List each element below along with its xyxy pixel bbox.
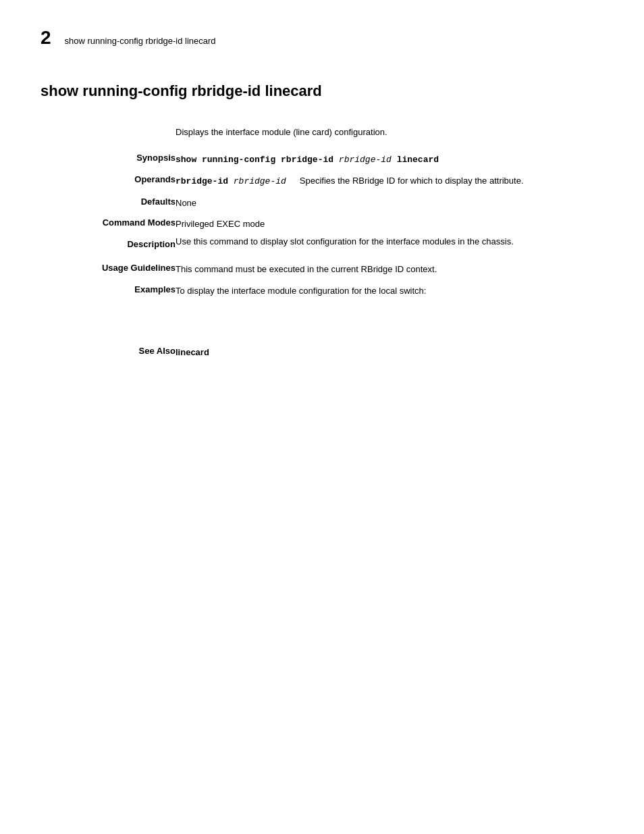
usage-guidelines-label: Usage Guidelines — [41, 259, 176, 280]
operands-value: rbridge-id rbridge-id Specifies the RBri… — [176, 170, 603, 192]
page-header-title: show running-config rbridge-id linecard — [65, 36, 216, 46]
spacer-row-2 — [41, 315, 603, 328]
command-modes-row: Command Modes Privileged EXEC mode — [41, 213, 603, 235]
page-number: 2 — [41, 27, 51, 49]
intro-label-cell — [41, 122, 176, 149]
spacer-row-1 — [41, 301, 603, 315]
operands-label: Operands — [41, 170, 176, 192]
defaults-row: Defaults None — [41, 192, 603, 214]
usage-guidelines-value: This command must be executed in the cur… — [176, 259, 603, 280]
operand-term: rbridge-id rbridge-id — [176, 175, 286, 188]
defaults-value: None — [176, 192, 603, 214]
intro-row: Displays the interface module (line card… — [41, 122, 603, 149]
examples-value: To display the interface module configur… — [176, 280, 603, 302]
see-also-label: See Also — [41, 342, 176, 363]
command-modes-value: Privileged EXEC mode — [176, 213, 603, 235]
description-row: Description Use this command to display … — [41, 235, 603, 259]
synopsis-row: Synopsis show running-config rbridge-id … — [41, 149, 603, 171]
operand-italic: rbridge-id — [228, 176, 286, 186]
spacer-row-3 — [41, 328, 603, 342]
see-also-value: linecard — [176, 342, 603, 363]
command-modes-label: Command Modes — [41, 213, 176, 235]
synopsis-cmd-part2: linecard — [392, 155, 439, 165]
content-table: Displays the interface module (line card… — [41, 122, 603, 363]
synopsis-cmd-italic: rbridge-id — [339, 155, 392, 165]
page-header: 2 show running-config rbridge-id linecar… — [41, 27, 603, 55]
description-value: Use this command to display slot configu… — [176, 235, 603, 259]
synopsis-label: Synopsis — [41, 149, 176, 171]
operand-bold: rbridge-id — [176, 176, 228, 186]
operands-container: rbridge-id rbridge-id Specifies the RBri… — [176, 174, 603, 188]
operands-row: Operands rbridge-id rbridge-id Specifies… — [41, 170, 603, 192]
defaults-label: Defaults — [41, 192, 176, 214]
operand-desc: Specifies the RBridge ID for which to di… — [300, 174, 524, 188]
synopsis-cmd-part1: show running-config rbridge-id — [176, 155, 339, 165]
description-label: Description — [41, 235, 176, 259]
usage-guidelines-row: Usage Guidelines This command must be ex… — [41, 259, 603, 280]
command-title: show running-config rbridge-id linecard — [41, 82, 603, 105]
intro-value: Displays the interface module (line card… — [176, 122, 603, 149]
examples-row: Examples To display the interface module… — [41, 280, 603, 302]
see-also-row: See Also linecard — [41, 342, 603, 363]
synopsis-value: show running-config rbridge-id rbridge-i… — [176, 149, 603, 171]
examples-label: Examples — [41, 280, 176, 302]
